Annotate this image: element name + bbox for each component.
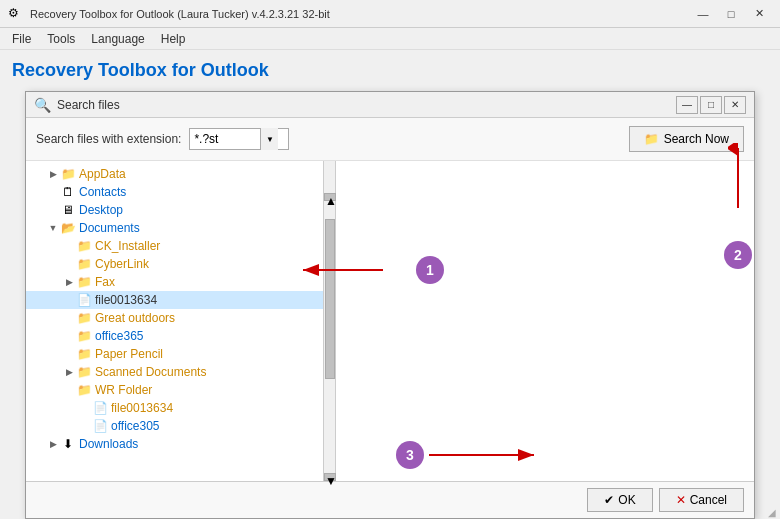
tree-label-cyberlink: CyberLink: [95, 257, 149, 271]
dialog-title-bar: 🔍 Search files — □ ✕: [26, 92, 754, 118]
dialog-close-button[interactable]: ✕: [724, 96, 746, 114]
cancel-button[interactable]: ✕ Cancel: [659, 488, 744, 512]
tree-label-office305: office305: [111, 419, 160, 433]
main-area: Recovery Toolbox for Outlook 🔍 Search fi…: [0, 50, 780, 519]
search-now-icon: 📁: [644, 132, 659, 146]
tree-label-great-outdoors: Great outdoors: [95, 311, 175, 325]
dialog-maximize-button[interactable]: □: [700, 96, 722, 114]
folder-icon-scanned-docs: 📁: [76, 364, 92, 380]
title-bar-text: Recovery Toolbox for Outlook (Laura Tuck…: [30, 8, 690, 20]
tree-label-fax: Fax: [95, 275, 115, 289]
expand-icon-scanned-docs: ▶: [62, 365, 76, 379]
search-input[interactable]: [190, 130, 260, 148]
maximize-button[interactable]: □: [718, 4, 744, 24]
dialog-minimize-button[interactable]: —: [676, 96, 698, 114]
cancel-label: Cancel: [690, 493, 727, 507]
annotation-arrow-1: [298, 260, 388, 280]
combo-arrow-button[interactable]: ▼: [260, 128, 278, 150]
tree-item-appdata[interactable]: ▶ 📁 AppData: [26, 165, 323, 183]
tree-label-file0013634b: file0013634: [111, 401, 173, 415]
ok-button[interactable]: ✔ OK: [587, 488, 652, 512]
tree-label-documents: Documents: [79, 221, 140, 235]
search-bar: Search files with extension: ▼ 📁 Search …: [26, 118, 754, 161]
folder-icon-documents: 📂: [60, 220, 76, 236]
tree-item-office305[interactable]: 📄 office305: [26, 417, 323, 435]
dialog-title-controls: — □ ✕: [676, 96, 746, 114]
expand-icon-office365: [62, 329, 76, 343]
tree-item-wr-folder[interactable]: 📁 WR Folder: [26, 381, 323, 399]
file-icon-file0013634b: 📄: [92, 400, 108, 416]
tree-item-cyberlink[interactable]: 📁 CyberLink: [26, 255, 323, 273]
annotation-circle-3: 3: [396, 441, 424, 469]
tree-item-ck-installer[interactable]: 📁 CK_Installer: [26, 237, 323, 255]
folder-icon-contacts: 🗒: [60, 184, 76, 200]
ok-checkmark-icon: ✔: [604, 493, 614, 507]
tree-label-wr-folder: WR Folder: [95, 383, 152, 397]
tree-item-office365[interactable]: 📁 office365: [26, 327, 323, 345]
menu-bar: File Tools Language Help: [0, 28, 780, 50]
tree-item-contacts[interactable]: 🗒 Contacts: [26, 183, 323, 201]
right-panel: 1 2: [336, 161, 754, 481]
dialog-bottom: ✔ OK ✕ Cancel: [26, 481, 754, 518]
tree-label-appdata: AppData: [79, 167, 126, 181]
folder-icon-cyberlink: 📁: [76, 256, 92, 272]
folder-icon-great-outdoors: 📁: [76, 310, 92, 326]
minimize-button[interactable]: —: [690, 4, 716, 24]
annotation-arrow-3: [424, 445, 544, 465]
menu-help[interactable]: Help: [153, 30, 194, 48]
tree-label-contacts: Contacts: [79, 185, 126, 199]
search-files-dialog: 🔍 Search files — □ ✕ Search files with e…: [25, 91, 755, 519]
expand-icon-paper-pencil: [62, 347, 76, 361]
folder-icon-wr-folder: 📁: [76, 382, 92, 398]
expand-icon-ck: [62, 239, 76, 253]
tree-item-paper-pencil[interactable]: 📁 Paper Pencil: [26, 345, 323, 363]
title-bar-controls: — □ ✕: [690, 4, 772, 24]
file-tree[interactable]: ▶ 📁 AppData 🗒 Contacts 🖥 Desktop: [26, 161, 324, 481]
tree-label-ck: CK_Installer: [95, 239, 160, 253]
app-title: Recovery Toolbox for Outlook: [12, 60, 768, 81]
scrollbar-down-arrow[interactable]: ▼: [324, 473, 336, 481]
expand-icon-appdata: ▶: [46, 167, 60, 181]
scrollbar-thumb[interactable]: [325, 219, 335, 379]
tree-item-great-outdoors[interactable]: 📁 Great outdoors: [26, 309, 323, 327]
tree-item-desktop[interactable]: 🖥 Desktop: [26, 201, 323, 219]
tree-label-scanned-docs: Scanned Documents: [95, 365, 206, 379]
menu-language[interactable]: Language: [83, 30, 152, 48]
tree-label-paper-pencil: Paper Pencil: [95, 347, 163, 361]
expand-icon-office305: [78, 419, 92, 433]
tree-scrollbar[interactable]: ▲ ▼: [323, 161, 335, 481]
search-label: Search files with extension:: [36, 132, 181, 146]
search-combo[interactable]: ▼: [189, 128, 289, 150]
cancel-x-icon: ✕: [676, 493, 686, 507]
tree-item-file0013634b[interactable]: 📄 file0013634: [26, 399, 323, 417]
tree-item-scanned-docs[interactable]: ▶ 📁 Scanned Documents: [26, 363, 323, 381]
folder-icon-fax: 📁: [76, 274, 92, 290]
expand-icon-documents: ▼: [46, 221, 60, 235]
menu-file[interactable]: File: [4, 30, 39, 48]
app-icon: ⚙: [8, 6, 24, 22]
folder-icon-desktop: 🖥: [60, 202, 76, 218]
expand-icon-great-outdoors: [62, 311, 76, 325]
search-now-button[interactable]: 📁 Search Now: [629, 126, 744, 152]
scrollbar-up-arrow[interactable]: ▲: [324, 193, 336, 201]
tree-item-file0013634[interactable]: 📄 file0013634: [26, 291, 323, 309]
search-now-label: Search Now: [664, 132, 729, 146]
expand-icon-desktop: [46, 203, 60, 217]
close-button[interactable]: ✕: [746, 4, 772, 24]
expand-icon-downloads: ▶: [46, 437, 60, 451]
folder-icon-paper-pencil: 📁: [76, 346, 92, 362]
menu-tools[interactable]: Tools: [39, 30, 83, 48]
dialog-title-text: Search files: [57, 98, 676, 112]
expand-icon-file0013634b: [78, 401, 92, 415]
title-bar: ⚙ Recovery Toolbox for Outlook (Laura Tu…: [0, 0, 780, 28]
tree-item-fax[interactable]: ▶ 📁 Fax: [26, 273, 323, 291]
folder-icon-office365: 📁: [76, 328, 92, 344]
tree-label-desktop: Desktop: [79, 203, 123, 217]
resize-grip[interactable]: ◢: [768, 507, 780, 519]
tree-item-downloads[interactable]: ▶ ⬇ Downloads: [26, 435, 323, 453]
tree-item-documents[interactable]: ▼ 📂 Documents: [26, 219, 323, 237]
folder-icon-appdata: 📁: [60, 166, 76, 182]
expand-icon-file0013634: [62, 293, 76, 307]
folder-icon-ck: 📁: [76, 238, 92, 254]
annotation-arrow-2: [728, 143, 748, 213]
